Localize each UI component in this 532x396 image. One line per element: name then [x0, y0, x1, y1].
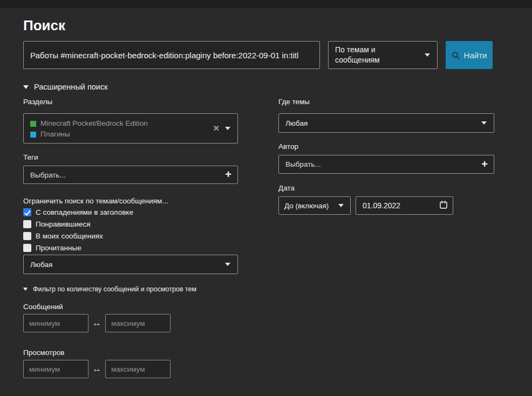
- range-arrow-icon: ↔: [88, 364, 105, 374]
- date-label: Дата: [278, 184, 494, 192]
- date-input[interactable]: 01.09.2022: [356, 196, 453, 215]
- liked-checkbox[interactable]: [23, 220, 31, 228]
- top-navigation-bar: [0, 0, 532, 8]
- find-button[interactable]: Найти: [446, 41, 493, 69]
- title-only-checkbox[interactable]: [23, 208, 31, 216]
- checkbox-row: Прочитанные: [23, 244, 238, 252]
- chevron-down-icon: [481, 121, 487, 125]
- author-field: Автор Выбрать... +: [278, 142, 494, 174]
- clear-selection-icon[interactable]: ✕: [213, 124, 220, 132]
- find-button-label: Найти: [464, 51, 487, 60]
- left-column: Разделы Minecraft Pocket/Bedrock Edition…: [23, 97, 238, 378]
- selected-section-name: Minecraft Pocket/Bedrock Edition: [40, 118, 148, 129]
- tags-field: Теги Выбрать... +: [23, 153, 238, 184]
- search-bar: По темам и сообщениям Найти: [23, 41, 494, 69]
- sections-field: Разделы Minecraft Pocket/Bedrock Edition…: [23, 98, 238, 144]
- count-filter-label: Фильтр по количеству сообщений и просмот…: [33, 285, 196, 293]
- date-value: 01.09.2022: [363, 201, 400, 210]
- messages-count-label: Сообщений: [23, 303, 238, 311]
- date-field: Дата До (включая) 01.09.2022: [278, 184, 494, 215]
- my-posts-checkbox[interactable]: [23, 232, 31, 240]
- calendar-icon[interactable]: [439, 201, 448, 211]
- checkbox-row: Понравившиеся: [23, 220, 238, 228]
- search-scope-value: По темам и сообщениям: [335, 45, 421, 65]
- advanced-search-panel: Разделы Minecraft Pocket/Bedrock Edition…: [23, 97, 494, 378]
- where-topics-field: Где темы Любая: [278, 98, 494, 133]
- chevron-down-icon: [425, 53, 430, 57]
- author-token-input[interactable]: Выбрать... +: [278, 155, 494, 174]
- views-min-input[interactable]: [23, 360, 88, 378]
- selected-section-item: Minecraft Pocket/Bedrock Edition: [30, 118, 148, 129]
- count-filter-toggle[interactable]: Фильтр по количеству сообщений и просмот…: [23, 285, 238, 293]
- search-icon: [452, 51, 460, 59]
- views-count-field: Просмотров ↔: [23, 349, 238, 378]
- section-color-swatch: [30, 121, 36, 127]
- search-query-input[interactable]: [23, 41, 320, 69]
- right-column: Где темы Любая Автор Выбрать... + Дата Д…: [278, 97, 494, 378]
- sections-multiselect[interactable]: Minecraft Pocket/Bedrock Edition Плагины…: [23, 113, 238, 144]
- views-count-label: Просмотров: [23, 349, 238, 357]
- author-placeholder: Выбрать...: [285, 160, 321, 168]
- search-page: Поиск По темам и сообщениям Найти Расшир…: [0, 8, 494, 378]
- tags-placeholder: Выбрать...: [30, 171, 66, 179]
- date-mode-select[interactable]: До (включая): [278, 196, 351, 215]
- checkbox-label: Понравившиеся: [36, 220, 91, 228]
- section-color-swatch: [30, 132, 36, 138]
- selected-section-item: Плагины: [30, 129, 70, 140]
- search-scope-select[interactable]: По темам и сообщениям: [328, 41, 438, 69]
- views-range-row: ↔: [23, 360, 238, 378]
- messages-max-input[interactable]: [105, 314, 170, 332]
- where-topics-select[interactable]: Любая: [278, 113, 494, 133]
- add-icon[interactable]: +: [225, 169, 231, 180]
- date-mode-value: До (включая): [284, 202, 329, 210]
- chevron-down-icon: [225, 127, 230, 130]
- checkbox-label: С совпадениями в заголовке: [36, 208, 133, 216]
- selected-section-name: Плагины: [40, 129, 70, 140]
- reply-state-value: Любая: [30, 261, 52, 269]
- reply-state-select[interactable]: Любая: [23, 255, 238, 274]
- advanced-search-label: Расширенный поиск: [34, 83, 108, 91]
- author-label: Автор: [278, 142, 494, 151]
- tags-token-input[interactable]: Выбрать... +: [23, 166, 238, 184]
- read-checkbox[interactable]: [23, 244, 31, 252]
- checkbox-label: В моих сообщениях: [36, 232, 103, 240]
- add-icon[interactable]: +: [481, 159, 488, 169]
- sections-label: Разделы: [23, 98, 238, 106]
- messages-range-row: ↔: [23, 314, 238, 332]
- views-max-input[interactable]: [105, 360, 170, 378]
- collapse-triangle-icon: [23, 288, 28, 291]
- constraints-label: Ограничить поиск по темам/сообщениям...: [23, 197, 238, 205]
- advanced-search-toggle[interactable]: Расширенный поиск: [23, 83, 494, 91]
- date-row: До (включая) 01.09.2022: [278, 196, 494, 215]
- checkbox-row: В моих сообщениях: [23, 232, 238, 240]
- where-topics-label: Где темы: [278, 98, 494, 106]
- checkbox-row: С совпадениями в заголовке: [23, 208, 238, 216]
- constraints-field: Ограничить поиск по темам/сообщениям... …: [23, 197, 238, 274]
- page-title: Поиск: [23, 17, 494, 34]
- chevron-down-icon: [338, 204, 344, 207]
- range-arrow-icon: ↔: [88, 318, 105, 329]
- messages-count-field: Сообщений ↔: [23, 303, 238, 332]
- where-topics-value: Любая: [285, 119, 308, 127]
- checkbox-label: Прочитанные: [36, 244, 81, 252]
- chevron-down-icon: [225, 263, 230, 266]
- collapse-triangle-icon: [23, 85, 29, 89]
- messages-min-input[interactable]: [23, 314, 88, 332]
- tags-label: Теги: [23, 153, 238, 161]
